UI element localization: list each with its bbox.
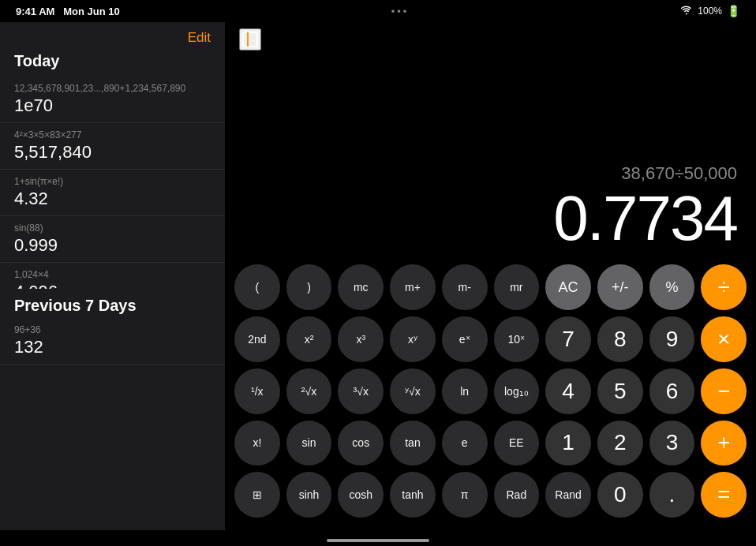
calc-btn-[interactable]: × — [701, 316, 747, 362]
calc-btn-sin[interactable]: sin — [286, 421, 332, 466]
calc-btn-[interactable]: + — [701, 421, 747, 466]
history-result: 0.999 — [14, 235, 211, 256]
calc-btn-mc[interactable]: mc — [338, 264, 384, 310]
history-result: 132 — [14, 337, 211, 357]
calc-btn-[interactable]: ÷ — [701, 264, 747, 310]
calc-btn-[interactable]: π — [442, 472, 488, 518]
calc-btn-[interactable]: ⊞ — [234, 472, 280, 518]
history-result: 4.32 — [14, 189, 211, 209]
calc-btn-x[interactable]: xʸ — [390, 316, 436, 362]
today-section-label: Today — [0, 49, 225, 77]
calc-btn-3[interactable]: 3 — [649, 421, 695, 466]
history-expr: 96+36 — [14, 324, 211, 335]
calculator-area: 38,670÷50,000 0.7734 ()mcm+m-mrAC+/-%÷2n… — [225, 22, 756, 530]
calc-btn-e[interactable]: eˣ — [442, 316, 488, 362]
calc-btn-0[interactable]: 0 — [597, 472, 643, 518]
status-right: 100% 🔋 — [680, 5, 740, 17]
status-dots: ••• — [391, 6, 410, 17]
calc-btn-9[interactable]: 9 — [649, 316, 695, 362]
svg-rect-0 — [243, 32, 257, 47]
history-item[interactable]: 12,345,678,901,23...,890+1,234,567,890 1… — [0, 77, 225, 123]
calc-btn-Rand[interactable]: Rand — [545, 472, 591, 518]
calc-btn-cosh[interactable]: cosh — [338, 472, 384, 518]
calc-btn-ln[interactable]: ln — [442, 368, 488, 414]
home-bar — [327, 539, 429, 542]
calc-btn-x[interactable]: x³ — [338, 316, 384, 362]
calc-btn-10[interactable]: 10ˣ — [494, 316, 540, 362]
edit-button[interactable]: Edit — [188, 30, 211, 46]
main-layout: Edit Today 12,345,678,901,23...,890+1,23… — [0, 22, 756, 530]
calc-btn-m[interactable]: m- — [442, 264, 488, 310]
calc-btn-x[interactable]: ²√x — [286, 368, 332, 414]
sidebar-toggle-button[interactable] — [239, 28, 261, 50]
calc-btn-4[interactable]: 4 — [545, 368, 591, 414]
previous-history-list[interactable]: 96+36 132 — [0, 318, 225, 530]
calc-btn-2[interactable]: 2 — [597, 421, 643, 466]
history-expr: 4²×3×5×83×277 — [14, 129, 211, 140]
history-item[interactable]: 1,024×4 4,096 — [0, 263, 225, 289]
history-sidebar: Edit Today 12,345,678,901,23...,890+1,23… — [0, 22, 225, 530]
calc-btn-Rad[interactable]: Rad — [494, 472, 540, 518]
history-list[interactable]: 12,345,678,901,23...,890+1,234,567,890 1… — [0, 77, 225, 289]
calc-btn-sinh[interactable]: sinh — [286, 472, 332, 518]
calc-btn-x[interactable]: ³√x — [338, 368, 384, 414]
calc-topbar — [225, 22, 756, 57]
battery-percentage: 100% — [698, 6, 722, 17]
calc-btn-[interactable]: = — [701, 472, 747, 518]
history-expr: sin(88) — [14, 223, 211, 234]
previous-section: Previous 7 Days — [0, 289, 225, 318]
history-item[interactable]: sin(88) 0.999 — [0, 216, 225, 263]
calc-btn-AC[interactable]: AC — [545, 264, 591, 310]
calc-btn-6[interactable]: 6 — [649, 368, 695, 414]
history-item[interactable]: 4²×3×5×83×277 5,517,840 — [0, 123, 225, 170]
calc-btn-x[interactable]: x² — [286, 316, 332, 362]
calc-btn-[interactable]: % — [649, 264, 695, 310]
calc-btn-5[interactable]: 5 — [597, 368, 643, 414]
calc-btn-8[interactable]: 8 — [597, 316, 643, 362]
calc-btn-e[interactable]: e — [442, 421, 488, 466]
calc-btn-x[interactable]: ʸ√x — [390, 368, 436, 414]
history-result: 4,096 — [14, 282, 211, 289]
history-expr: 1,024×4 — [14, 269, 211, 280]
calc-btn-[interactable]: +/- — [597, 264, 643, 310]
status-bar: 9:41 AM Mon Jun 10 ••• 100% 🔋 — [0, 0, 756, 22]
status-time: 9:41 AM Mon Jun 10 — [16, 6, 120, 17]
calc-btn-m[interactable]: m+ — [390, 264, 436, 310]
wifi-icon — [680, 6, 693, 17]
history-expr: 12,345,678,901,23...,890+1,234,567,890 — [14, 83, 211, 94]
history-item[interactable]: 1+sin(π×e!) 4.32 — [0, 170, 225, 216]
history-expr: 1+sin(π×e!) — [14, 176, 211, 187]
display-result: 0.7734 — [553, 187, 737, 250]
calc-btn-7[interactable]: 7 — [545, 316, 591, 362]
calc-btn-tanh[interactable]: tanh — [390, 472, 436, 518]
sidebar-header: Edit — [0, 22, 225, 49]
calc-btn-[interactable]: − — [701, 368, 747, 414]
calc-btn-[interactable]: ( — [234, 264, 280, 310]
calc-btn-[interactable]: . — [649, 472, 695, 518]
calc-btn-x[interactable]: ¹/x — [234, 368, 280, 414]
calc-btn-tan[interactable]: tan — [390, 421, 436, 466]
calc-btn-cos[interactable]: cos — [338, 421, 384, 466]
calc-btn-EE[interactable]: EE — [494, 421, 540, 466]
button-grid: ()mcm+m-mrAC+/-%÷2ndx²x³xʸeˣ10ˣ789×¹/x²√… — [225, 258, 756, 530]
history-item[interactable]: 96+36 132 — [0, 318, 225, 365]
calc-btn-log[interactable]: log₁₀ — [494, 368, 540, 414]
battery-icon: 🔋 — [727, 5, 740, 17]
history-result: 1e70 — [14, 95, 211, 116]
calc-btn-2nd[interactable]: 2nd — [234, 316, 280, 362]
calculator-display: 38,670÷50,000 0.7734 — [225, 57, 756, 258]
calc-btn-mr[interactable]: mr — [494, 264, 540, 310]
calc-btn-x[interactable]: x! — [234, 421, 280, 466]
home-indicator — [0, 530, 756, 546]
calc-btn-[interactable]: ) — [286, 264, 332, 310]
display-expression: 38,670÷50,000 — [621, 163, 737, 184]
calc-btn-1[interactable]: 1 — [545, 421, 591, 466]
history-result: 5,517,840 — [14, 142, 211, 163]
